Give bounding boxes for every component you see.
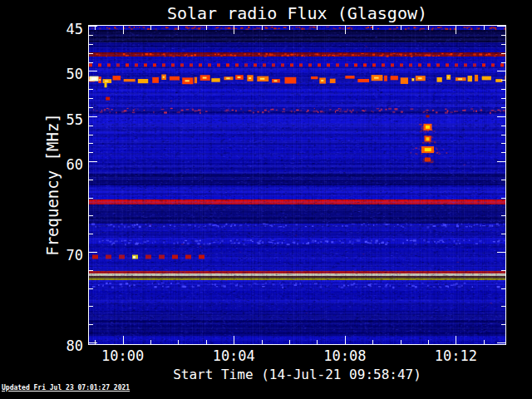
chart-title: Solar radio Flux (Glasgow) xyxy=(88,3,506,23)
spectrogram-page: Solar radio Flux (Glasgow) Frequency [MH… xyxy=(0,0,532,399)
x-tick-label-10:04: 10:04 xyxy=(213,348,255,363)
x-tick-label-10:00: 10:00 xyxy=(101,348,144,363)
x-tick-label-10:12: 10:12 xyxy=(435,348,477,363)
x-axis-label: Start Time (14-Jul-21 09:58:47) xyxy=(88,367,506,382)
y-tick-label-80: 80 xyxy=(0,338,83,353)
y-tick-label-45: 45 xyxy=(0,22,83,37)
spectrogram-canvas xyxy=(89,26,505,344)
y-tick-label-55: 55 xyxy=(0,112,83,127)
plot-frame xyxy=(88,25,506,345)
y-tick-label-50: 50 xyxy=(0,66,83,81)
updated-timestamp: Updated Fri Jul 23 07:01:27 2021 xyxy=(2,384,130,392)
y-tick-label-60: 60 xyxy=(0,157,83,172)
x-tick-label-10:08: 10:08 xyxy=(323,348,366,363)
y-tick-label-70: 70 xyxy=(0,248,83,263)
